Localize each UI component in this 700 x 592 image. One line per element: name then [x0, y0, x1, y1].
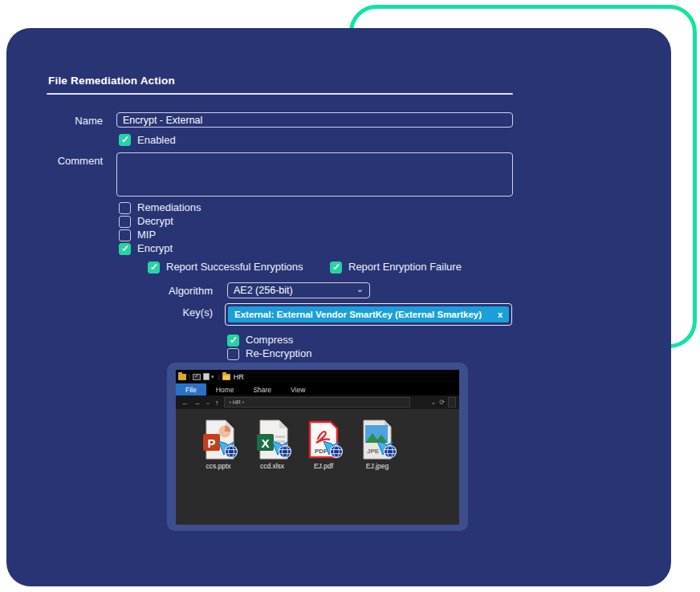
address-dropdown-icon: ⌄ [431, 399, 437, 406]
tab-view: View [281, 383, 315, 395]
encryption-globe-badge-icon [271, 440, 292, 462]
file-name: EJ.jpeg [352, 462, 403, 470]
window-title: HR [234, 373, 244, 381]
window-folder-icon [222, 374, 230, 380]
tab-home: Home [206, 383, 244, 395]
algorithm-label: Algorithm [124, 285, 213, 297]
encryption-globe-badge-icon [218, 440, 238, 462]
compress-checkbox[interactable] [227, 335, 239, 347]
page: File Remediation Action Name Enabled Com… [0, 0, 700, 592]
tab-share: Share [243, 383, 281, 395]
page-title: File Remediation Action [48, 75, 175, 87]
quick-access-caret-icon: ▾ [211, 374, 214, 380]
file-remediation-action-panel: File Remediation Action Name Enabled Com… [6, 28, 671, 586]
tab-file: File [176, 383, 206, 395]
encryption-globe-badge-icon [323, 440, 344, 462]
reencryption-label: Re-Encryption [246, 347, 311, 359]
encrypt-checkbox[interactable] [119, 243, 131, 255]
file-name: EJ.pdf [298, 462, 349, 470]
name-label: Name [14, 115, 103, 127]
image-file-icon: JPE [360, 420, 394, 460]
explorer-screenshot: | ▾ | HR File Home Share View ← → [176, 370, 459, 525]
properties-icon [193, 374, 201, 380]
breadcrumb: › HR › [224, 397, 410, 408]
svg-text:X: X [261, 436, 269, 450]
title-divider [47, 93, 513, 95]
report-success-label: Report Successful Enryptions [166, 261, 303, 273]
excel-file-icon: X [255, 420, 289, 460]
remediations-label: Remediations [137, 201, 201, 213]
chevron-down-icon: ⌄ [356, 284, 364, 294]
algorithm-select[interactable]: AE2 (256-bit) ⌄ [227, 282, 370, 298]
remove-key-icon[interactable]: x [490, 310, 503, 319]
key-tag-text: External: External Vendor SmartKey (Exte… [234, 310, 482, 319]
pdf-file-icon: PDF [307, 420, 340, 460]
file-item: X [246, 420, 298, 470]
name-input[interactable] [116, 112, 513, 128]
report-failure-label: Report Enryption Failure [348, 261, 462, 273]
reencryption-checkbox[interactable] [227, 348, 239, 360]
decrypt-checkbox[interactable] [119, 216, 131, 228]
explorer-ribbon: File Home Share View [176, 383, 459, 395]
file-item: PDF [298, 420, 349, 470]
comment-textarea[interactable] [116, 152, 513, 197]
key-tag: External: External Vendor SmartKey (Exte… [228, 306, 509, 322]
file-name: ccs.pptx [193, 462, 244, 470]
enabled-label: Enabled [137, 134, 176, 146]
compress-label: Compress [246, 334, 293, 346]
search-box [448, 397, 456, 408]
file-item: P [193, 420, 244, 470]
comment-label: Comment [14, 155, 103, 167]
explorer-addressbar: ← → ⌄ ↑ › HR › ⌄ ⟳ [176, 395, 459, 409]
file-name: ccd.xlsx [246, 462, 298, 470]
enabled-checkbox[interactable] [119, 134, 131, 146]
keys-label: Key(s) [124, 306, 213, 318]
decrypt-label: Decrypt [137, 215, 173, 227]
report-failure-checkbox[interactable] [330, 262, 342, 274]
keys-field[interactable]: External: External Vendor SmartKey (Exte… [225, 303, 512, 326]
explorer-titlebar: | ▾ | HR [176, 370, 459, 383]
recent-dropdown-icon: ⌄ [206, 399, 210, 406]
quick-access-folder-icon [178, 374, 186, 380]
encrypt-label: Encrypt [137, 242, 173, 254]
explorer-screenshot-frame: | ▾ | HR File Home Share View ← → [167, 363, 468, 531]
remediations-checkbox[interactable] [119, 202, 131, 214]
report-success-checkbox[interactable] [148, 262, 160, 274]
back-icon: ← [181, 399, 189, 407]
algorithm-value: AE2 (256-bit) [234, 285, 293, 296]
file-item: JPE [352, 420, 403, 470]
svg-text:P: P [207, 436, 215, 450]
mip-checkbox[interactable] [119, 229, 131, 241]
explorer-file-area: P [176, 409, 459, 525]
mip-label: MIP [137, 229, 156, 241]
encryption-globe-badge-icon [376, 440, 397, 462]
new-folder-icon [203, 373, 210, 380]
up-icon: ↑ [215, 399, 219, 407]
forward-icon: → [193, 399, 201, 407]
powerpoint-file-icon: P [201, 420, 235, 460]
refresh-icon: ⟳ [439, 399, 445, 406]
